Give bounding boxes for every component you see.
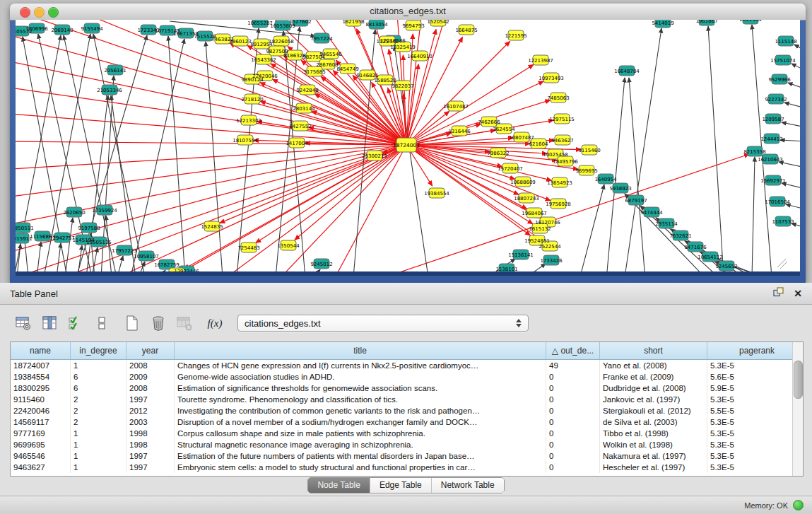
table-row[interactable]: 969969511998Structural magnetic resonanc… xyxy=(11,439,804,450)
graph-node-label: 5414019 xyxy=(652,21,673,26)
window-title: citations_edges.txt xyxy=(10,6,806,16)
graph-node-label: 10654112 xyxy=(698,255,723,260)
column-header-title[interactable]: title xyxy=(175,342,546,360)
table-cell: 2 xyxy=(71,394,126,405)
graph-node-label: 1209587 xyxy=(762,117,784,122)
column-header-short[interactable]: short xyxy=(600,342,707,360)
show-columns-icon[interactable] xyxy=(40,314,59,332)
memory-status-label: Memory: OK xyxy=(744,501,788,510)
graph-node-label: 1316446 xyxy=(448,129,471,134)
node-table-container: namein_degreeyeartitle△ out_de...shortpa… xyxy=(10,341,804,477)
table-cell: 18300295 xyxy=(11,382,71,394)
graph-node-label: 16782759 xyxy=(154,262,180,268)
network-canvas[interactable]: 2405572180699620691409155494172334310719… xyxy=(16,20,800,271)
function-builder-icon[interactable]: f(x) xyxy=(206,314,224,332)
table-cell: Investigating the contribution of common… xyxy=(175,405,546,416)
graph-node-label: 13654923 xyxy=(547,180,572,186)
table-cell: 5.3E-5 xyxy=(707,394,804,405)
graph-node-label: 17957223 xyxy=(112,248,137,254)
graph-node-label: 1664875 xyxy=(455,28,477,33)
delete-column-icon[interactable] xyxy=(149,314,167,332)
table-cell: 2009 xyxy=(126,371,175,382)
table-cell: Nakamura et al. (1997) xyxy=(600,450,707,462)
table-cell: 0 xyxy=(546,382,600,394)
graph-node-label: 18495796 xyxy=(553,159,578,165)
graph-node-label: 17016504 xyxy=(765,199,790,205)
graph-node-label: 16648784 xyxy=(614,69,640,74)
unselect-rows-icon[interactable] xyxy=(93,314,111,332)
column-header-out_de[interactable]: △ out_de... xyxy=(546,342,600,360)
graph-node-label: 9860123 xyxy=(229,39,251,45)
table-cell: 2003 xyxy=(126,416,175,428)
table-cell: Wolkin et al. (1998) xyxy=(600,439,707,450)
column-header-pagerank[interactable]: pagerank xyxy=(707,342,804,360)
table-row[interactable]: 1456911722003Disruption of a novel membe… xyxy=(11,416,804,428)
graph-node-label: 1350544 xyxy=(277,243,300,249)
table-cell: 0 xyxy=(546,428,600,439)
new-column-icon[interactable] xyxy=(123,314,141,332)
table-scrollbar[interactable] xyxy=(792,342,803,476)
table-cell: Yano et al. (2008) xyxy=(600,360,707,372)
table-row[interactable]: 1830029562008Estimation of significance … xyxy=(11,382,804,394)
graph-node-label: 1107533 xyxy=(772,219,794,225)
graph-node-label: 2850511 xyxy=(16,226,34,231)
graph-node-label: 9463627 xyxy=(551,138,573,144)
graph-node-label: 9155494 xyxy=(81,26,103,32)
graph-node-label: 9227342 xyxy=(765,97,787,103)
graph-node-label: 1640954 xyxy=(594,177,617,182)
table-row[interactable]: 946362711997Embryonic stem cells: a mode… xyxy=(11,462,804,473)
graph-node-label: 8427552 xyxy=(289,124,311,129)
graph-node-label: 7254483 xyxy=(237,245,259,251)
graph-node-label: 16640910 xyxy=(407,54,433,59)
graph-node-label: 1821958 xyxy=(342,20,364,25)
graph-node-label: 9115460 xyxy=(578,148,600,153)
table-row[interactable]: 1872400712008Changes of HCN gene express… xyxy=(11,360,804,372)
graph-node-label: 10655287 xyxy=(247,21,273,26)
graph-node-label: 16107487 xyxy=(443,104,469,110)
table-row[interactable]: 2242004622012Investigating the contribut… xyxy=(11,405,804,416)
graph-node-label: 2867608 xyxy=(316,62,338,68)
table-cell: 9115460 xyxy=(11,394,71,405)
table-cell: 9465546 xyxy=(11,450,71,462)
graph-node-label: 21053346 xyxy=(97,88,122,93)
tab-node-table[interactable]: Node Table xyxy=(308,478,370,493)
graph-node-label: 19684067 xyxy=(522,211,547,216)
column-header-year[interactable]: year xyxy=(126,342,175,360)
table-row[interactable]: 1938455462009Genome-wide association stu… xyxy=(11,371,804,382)
table-selector-dropdown[interactable]: citations_edges.txt xyxy=(237,315,529,332)
table-scrollbar-thumb[interactable] xyxy=(794,361,803,399)
graph-node-label: 9197588 xyxy=(78,226,100,231)
table-cell: Corpus callosum shape and size in male p… xyxy=(175,428,546,439)
graph-node-label: 7632621 xyxy=(669,233,691,239)
column-header-in_degree[interactable]: in_degree xyxy=(71,342,126,360)
select-all-icon[interactable] xyxy=(66,314,85,332)
graph-node-label: 3624554 xyxy=(493,127,515,132)
float-panel-icon[interactable] xyxy=(773,287,784,300)
table-cell: Tourette syndrome. Phenomenology and cla… xyxy=(175,394,546,405)
table-cell: 6 xyxy=(71,382,126,394)
graph-node-label: 1417004 xyxy=(286,141,308,146)
graph-node-label: 3175685 xyxy=(303,69,325,75)
column-header-name[interactable]: name xyxy=(11,342,71,360)
graph-node-label: 2620650 xyxy=(63,210,85,216)
tab-network-table[interactable]: Network Table xyxy=(431,478,504,493)
table-cell: 22420046 xyxy=(11,405,71,416)
table-row[interactable]: 977716911998Corpus callosum shape and si… xyxy=(11,428,804,439)
graph-node-label: 18226058 xyxy=(269,39,294,45)
table-row[interactable]: 946554611997Estimation of the future num… xyxy=(11,450,804,462)
close-panel-icon[interactable]: ✕ xyxy=(794,288,802,298)
graph-node-label: 15136141 xyxy=(508,252,534,258)
tab-edge-table[interactable]: Edge Table xyxy=(370,478,431,493)
graph-node-label: 9242848 xyxy=(296,88,318,93)
graph-node-label: 12213303 xyxy=(236,118,261,124)
graph-node-label: 16120746 xyxy=(535,220,560,226)
graph-node-label: 18807243 xyxy=(514,196,539,201)
graph-node-label: 19384554 xyxy=(424,191,449,197)
change-table-mode-icon[interactable] xyxy=(14,314,33,332)
table-cell: Estimation of significance thresholds fo… xyxy=(175,382,546,394)
graph-node-label: 13505135 xyxy=(86,240,112,245)
graph-node-label: 13325419 xyxy=(390,45,416,50)
table-cell: 1 xyxy=(71,462,126,473)
window-titlebar[interactable]: citations_edges.txt xyxy=(10,4,806,21)
table-row[interactable]: 911546021997Tourette syndrome. Phenomeno… xyxy=(11,394,804,405)
